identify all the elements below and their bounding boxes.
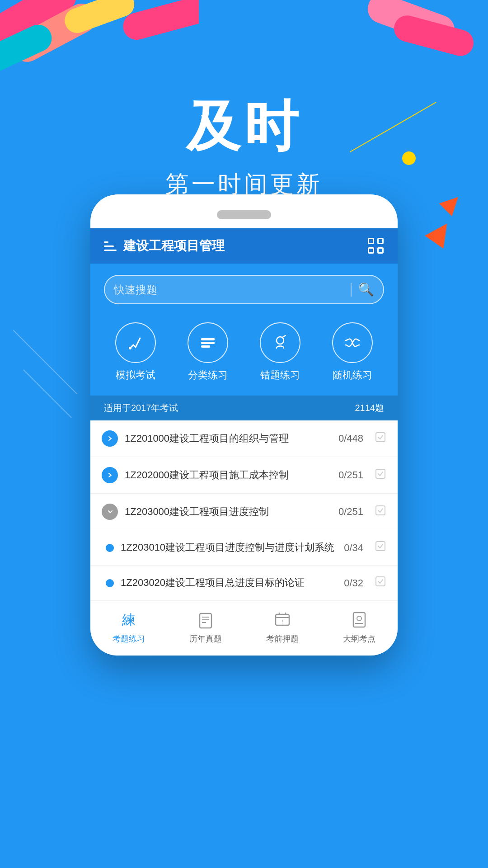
svg-rect-18 xyxy=(200,613,211,628)
nav-item-syllabus[interactable]: 大纲考点 xyxy=(343,608,375,644)
hero-section: 及时 第一时间更新 xyxy=(0,90,488,200)
svg-rect-15 xyxy=(376,542,385,551)
svg-rect-3 xyxy=(61,0,138,37)
search-bar[interactable]: 快速搜题 🔍 xyxy=(104,275,384,304)
edit-icon-2[interactable] xyxy=(375,468,386,483)
svg-rect-27 xyxy=(353,613,365,627)
hero-title: 及时 xyxy=(0,90,488,164)
item-text-1: 1Z201000建设工程项目的组织与管理 xyxy=(125,432,332,446)
edit-icon-1[interactable] xyxy=(375,431,386,446)
item-text-5: 1Z203020建设工程项目总进度目标的论证 xyxy=(121,576,337,590)
item-dot-1 xyxy=(106,544,114,552)
svg-rect-12 xyxy=(376,433,385,442)
grid-icon[interactable] xyxy=(368,238,384,254)
category-icon xyxy=(188,322,228,363)
svg-text:!: ! xyxy=(282,619,283,624)
nav-label-syllabus: 大纲考点 xyxy=(343,633,375,644)
svg-rect-4 xyxy=(120,0,199,43)
total-count: 2114题 xyxy=(355,402,385,414)
list-item[interactable]: 1Z202000建设工程项目施工成本控制 0/251 xyxy=(90,457,398,494)
svg-rect-2 xyxy=(0,20,56,79)
app-header-left: 建设工程项目管理 xyxy=(104,237,225,255)
search-area: 快速搜题 🔍 xyxy=(90,264,398,313)
svg-rect-9 xyxy=(201,342,215,344)
nav-item-history[interactable]: 历年真题 xyxy=(189,608,222,644)
menu-item-category[interactable]: 分类练习 xyxy=(188,322,228,382)
search-icon[interactable]: 🔍 xyxy=(358,282,374,297)
content-list: 1Z201000建设工程项目的组织与管理 0/448 1Z202000建设工程项… xyxy=(90,420,398,601)
syllabus-icon xyxy=(348,608,371,631)
random-icon xyxy=(332,322,373,363)
list-item[interactable]: 1Z203000建设工程项目进度控制 0/251 xyxy=(90,494,398,530)
edit-icon-4[interactable] xyxy=(375,540,386,555)
wrong-icon xyxy=(260,322,300,363)
item-arrow-gray xyxy=(102,504,118,520)
exam-year: 适用于2017年考试 xyxy=(104,402,178,414)
white-line-1 xyxy=(13,330,78,395)
item-arrow-blue xyxy=(102,430,118,447)
item-text-2: 1Z202000建设工程项目施工成本控制 xyxy=(125,468,332,482)
item-count-4: 0/34 xyxy=(344,542,363,554)
list-item[interactable]: 1Z203010建设工程项目进度控制与进度计划系统 0/34 xyxy=(90,530,398,566)
yellow-dot xyxy=(402,151,416,165)
svg-rect-10 xyxy=(201,345,210,348)
svg-rect-0 xyxy=(0,0,82,52)
wrong-label: 错题练习 xyxy=(260,368,300,382)
item-count-1: 0/448 xyxy=(338,433,363,444)
svg-rect-5 xyxy=(364,0,459,48)
app-content: 建设工程项目管理 快速搜题 🔍 模 xyxy=(90,228,398,656)
app-header: 建设工程项目管理 xyxy=(90,228,398,264)
item-text-3: 1Z203000建设工程项目进度控制 xyxy=(125,505,332,519)
nav-label-history: 历年真题 xyxy=(189,633,222,644)
item-count-5: 0/32 xyxy=(344,577,363,589)
list-item[interactable]: 1Z203020建设工程项目总进度目标的论证 0/32 xyxy=(90,566,398,601)
svg-rect-1 xyxy=(8,0,101,67)
app-title: 建设工程项目管理 xyxy=(123,237,225,255)
menu-item-wrong[interactable]: 错题练习 xyxy=(260,322,300,382)
white-line-2 xyxy=(23,369,71,418)
edit-icon-5[interactable] xyxy=(375,576,386,590)
svg-rect-16 xyxy=(376,577,385,586)
menu-item-random[interactable]: 随机练习 xyxy=(332,322,373,382)
svg-rect-6 xyxy=(391,13,477,59)
svg-text:練: 練 xyxy=(122,612,136,627)
history-icon xyxy=(194,608,217,631)
info-bar: 适用于2017年考试 2114题 xyxy=(90,396,398,420)
search-divider xyxy=(351,283,352,297)
item-dot-2 xyxy=(106,579,114,587)
svg-point-11 xyxy=(277,337,284,344)
red-arrow-2 xyxy=(425,217,456,249)
item-arrow-blue-2 xyxy=(102,467,118,483)
edit-icon-3[interactable] xyxy=(375,505,386,519)
category-label: 分类练习 xyxy=(188,368,228,382)
svg-rect-14 xyxy=(376,506,385,515)
nav-item-predict[interactable]: ! 考前押题 xyxy=(266,608,299,644)
mock-exam-label: 模拟考试 xyxy=(116,368,155,382)
item-count-2: 0/251 xyxy=(338,469,363,481)
svg-point-7 xyxy=(129,347,131,349)
item-text-4: 1Z203010建设工程项目进度控制与进度计划系统 xyxy=(121,541,337,555)
nav-item-practice[interactable]: 練 考题练习 xyxy=(113,608,145,644)
menu-icon[interactable] xyxy=(104,241,117,251)
mock-exam-icon xyxy=(115,322,156,363)
list-item[interactable]: 1Z201000建设工程项目的组织与管理 0/448 xyxy=(90,420,398,457)
svg-rect-13 xyxy=(376,469,385,478)
practice-icon: 練 xyxy=(117,608,140,631)
nav-label-practice: 考题练习 xyxy=(113,633,145,644)
bottom-nav: 練 考题练习 历年真题 xyxy=(90,601,398,656)
nav-label-predict: 考前押题 xyxy=(266,633,299,644)
svg-point-28 xyxy=(357,616,361,621)
item-count-3: 0/251 xyxy=(338,506,363,518)
search-placeholder: 快速搜题 xyxy=(114,283,344,297)
random-label: 随机练习 xyxy=(333,368,372,382)
predict-icon: ! xyxy=(271,608,294,631)
phone-mockup: 建设工程项目管理 快速搜题 🔍 模 xyxy=(90,194,398,656)
menu-icons-row: 模拟考试 分类练习 xyxy=(90,313,398,396)
phone-speaker xyxy=(217,210,271,219)
menu-item-mock-exam[interactable]: 模拟考试 xyxy=(115,322,156,382)
svg-rect-8 xyxy=(201,338,215,340)
